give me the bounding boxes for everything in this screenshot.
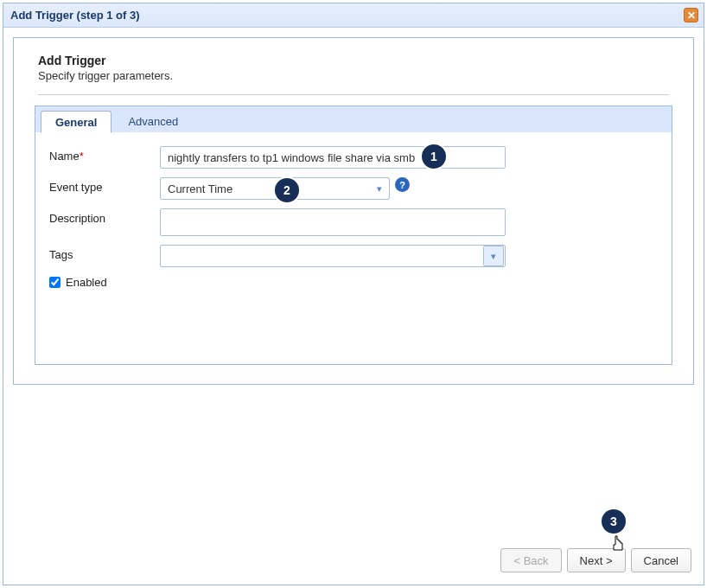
tab-panel: General Advanced Name* Event type Curren… [35, 105, 672, 365]
name-input[interactable] [160, 146, 506, 169]
callout-badge: 1 [422, 144, 446, 169]
tab-advanced[interactable]: Advanced [113, 110, 193, 132]
dialog-title: Add Trigger (step 1 of 3) [10, 9, 140, 22]
divider [38, 94, 669, 95]
tab-strip: General Advanced [35, 106, 672, 132]
chevron-down-icon[interactable]: ▾ [370, 178, 389, 199]
tags-label: Tags [49, 245, 160, 261]
titlebar: Add Trigger (step 1 of 3) ✕ [3, 3, 704, 28]
row-enabled: Enabled [49, 276, 658, 289]
tags-select[interactable]: ▾ [160, 245, 506, 267]
form-area: Name* Event type Current Time ▾ ? Descri… [35, 132, 672, 303]
tab-general[interactable]: General [41, 111, 111, 133]
enabled-label[interactable]: Enabled [66, 276, 107, 289]
cancel-button[interactable]: Cancel [631, 548, 691, 572]
row-name: Name* [49, 146, 658, 169]
row-tags: Tags ▾ [49, 245, 658, 267]
description-input[interactable] [160, 208, 506, 236]
event-type-label: Event type [49, 177, 160, 194]
event-type-value: Current Time [161, 182, 370, 195]
name-label: Name* [49, 146, 160, 163]
header-block: Add Trigger Specify trigger parameters. [14, 38, 693, 91]
button-bar: < Back Next > Cancel [500, 548, 691, 572]
row-description: Description [49, 208, 658, 236]
page-subtitle: Specify trigger parameters. [38, 69, 669, 82]
back-button: < Back [500, 548, 561, 572]
required-marker: * [80, 150, 84, 163]
help-icon[interactable]: ? [395, 177, 410, 192]
callout-badge: 3 [602, 509, 626, 534]
close-icon[interactable]: ✕ [684, 8, 698, 22]
dialog-body: Add Trigger Specify trigger parameters. … [13, 37, 694, 385]
chevron-down-icon[interactable]: ▾ [483, 246, 504, 266]
page-title: Add Trigger [38, 54, 669, 67]
enabled-checkbox[interactable] [49, 277, 61, 288]
next-button[interactable]: Next > [567, 548, 626, 572]
description-label: Description [49, 208, 160, 225]
dialog-window: Add Trigger (step 1 of 3) ✕ Add Trigger … [3, 3, 704, 585]
callout-badge: 2 [275, 178, 299, 202]
row-event-type: Event type Current Time ▾ ? [49, 177, 658, 200]
